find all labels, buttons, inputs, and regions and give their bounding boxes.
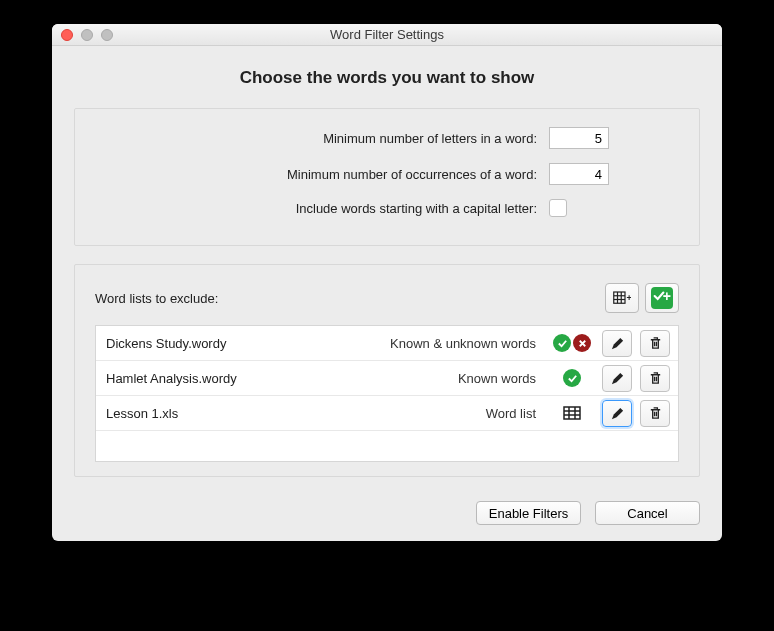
- exclude-header: Word lists to exclude: +: [95, 283, 679, 313]
- file-type: Word list: [486, 406, 536, 421]
- pencil-icon: [610, 371, 625, 386]
- titlebar: Word Filter Settings: [52, 24, 722, 46]
- file-type: Known words: [458, 371, 536, 386]
- grid-plus-icon: +: [613, 289, 631, 307]
- known-check-icon: [553, 334, 571, 352]
- exclude-label: Word lists to exclude:: [95, 291, 218, 306]
- min-occurrences-input[interactable]: [549, 163, 609, 185]
- exclude-header-buttons: + +: [605, 283, 679, 313]
- list-row: Hamlet Analysis.wordy Known words: [96, 361, 678, 396]
- unknown-x-icon: [573, 334, 591, 352]
- cancel-button[interactable]: Cancel: [595, 501, 700, 525]
- min-occurrences-label: Minimum number of occurrences of a word:: [287, 167, 537, 182]
- add-known-list-button[interactable]: +: [645, 283, 679, 313]
- file-type: Known & unknown words: [390, 336, 536, 351]
- status-icons: [550, 369, 594, 387]
- status-icons: [550, 406, 594, 420]
- trash-icon: [648, 371, 663, 386]
- svg-rect-6: [564, 407, 580, 419]
- add-wordlist-button[interactable]: +: [605, 283, 639, 313]
- include-capital-checkbox[interactable]: [549, 199, 567, 217]
- pencil-icon: [610, 336, 625, 351]
- exclude-lists-panel: Word lists to exclude: +: [74, 264, 700, 477]
- status-icons: [550, 334, 594, 352]
- trash-icon: [648, 406, 663, 421]
- window-title: Word Filter Settings: [52, 27, 722, 42]
- list-row: Lesson 1.xls Word list: [96, 396, 678, 431]
- pencil-icon: [610, 406, 625, 421]
- include-capital-row: Include words starting with a capital le…: [95, 199, 679, 217]
- file-name: Hamlet Analysis.wordy: [106, 371, 450, 386]
- enable-filters-button[interactable]: Enable Filters: [476, 501, 581, 525]
- dialog-window: Word Filter Settings Choose the words yo…: [52, 24, 722, 541]
- edit-button[interactable]: [602, 365, 632, 392]
- list-row: Dickens Study.wordy Known & unknown word…: [96, 326, 678, 361]
- svg-rect-0: [614, 292, 625, 303]
- delete-button[interactable]: [640, 365, 670, 392]
- filter-options-panel: Minimum number of letters in a word: Min…: [74, 108, 700, 246]
- dialog-content: Choose the words you want to show Minimu…: [52, 46, 722, 541]
- svg-text:+: +: [627, 293, 632, 303]
- page-heading: Choose the words you want to show: [74, 68, 700, 88]
- min-letters-input[interactable]: [549, 127, 609, 149]
- min-letters-label: Minimum number of letters in a word:: [323, 131, 537, 146]
- exclude-list: Dickens Study.wordy Known & unknown word…: [95, 325, 679, 462]
- grid-icon: [563, 406, 581, 420]
- list-empty-area: [96, 431, 678, 461]
- known-check-icon: [563, 369, 581, 387]
- edit-button[interactable]: [602, 330, 632, 357]
- file-name: Dickens Study.wordy: [106, 336, 382, 351]
- delete-button[interactable]: [640, 330, 670, 357]
- min-occurrences-row: Minimum number of occurrences of a word:: [95, 163, 679, 185]
- min-letters-row: Minimum number of letters in a word:: [95, 127, 679, 149]
- include-capital-label: Include words starting with a capital le…: [296, 201, 537, 216]
- green-check-plus-icon: +: [651, 287, 673, 309]
- edit-button[interactable]: [602, 400, 632, 427]
- delete-button[interactable]: [640, 400, 670, 427]
- dialog-footer: Enable Filters Cancel: [74, 495, 700, 525]
- file-name: Lesson 1.xls: [106, 406, 478, 421]
- trash-icon: [648, 336, 663, 351]
